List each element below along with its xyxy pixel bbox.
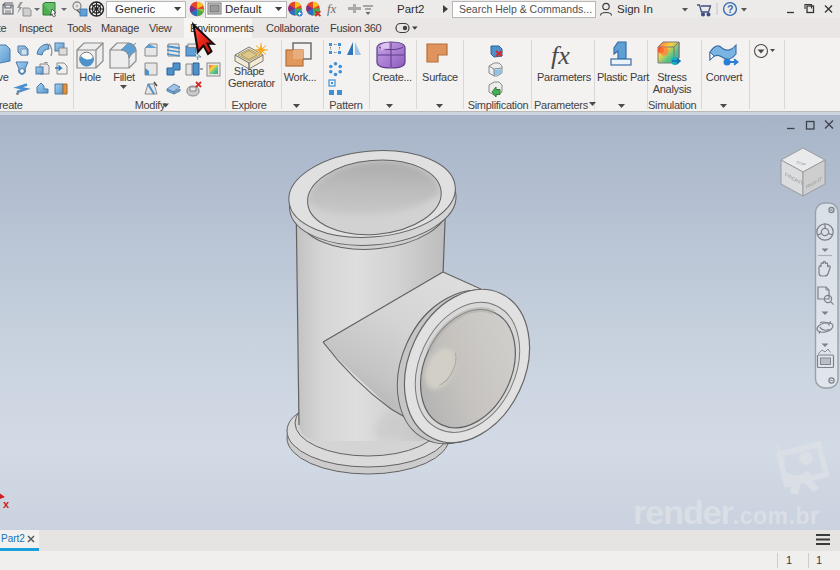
- svg-text:fx: fx: [327, 1, 337, 16]
- svg-text:fx: fx: [551, 41, 570, 70]
- svg-text:x: x: [3, 498, 10, 510]
- svg-text:?: ?: [727, 3, 733, 15]
